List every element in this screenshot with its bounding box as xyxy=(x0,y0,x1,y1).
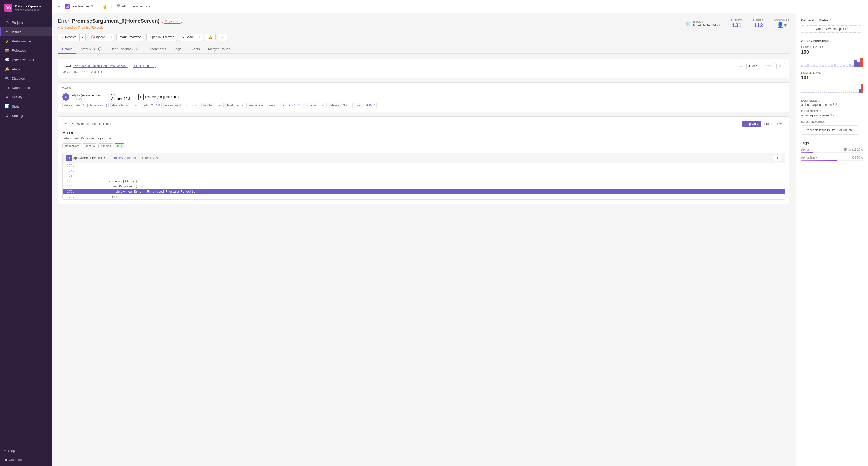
open-discover-button[interactable]: Open in Discover xyxy=(147,34,177,41)
tag-chip[interactable]: handledyes xyxy=(202,103,224,108)
sidebar-item-issues[interactable]: ⚠ Issues xyxy=(0,27,52,36)
tag-chip[interactable]: dist2.5.1.0 xyxy=(141,103,162,108)
chart-bar xyxy=(860,58,863,67)
tag-chip[interactable]: mechanismgeneric xyxy=(246,103,278,108)
older-event-button[interactable]: Older xyxy=(746,63,760,69)
chart-bar xyxy=(851,92,852,93)
tag-value: yes xyxy=(216,103,223,108)
sidebar-item-label-activity: Activity xyxy=(12,95,23,99)
sidebar-item-releases[interactable]: 📦 Releases xyxy=(0,46,52,55)
settings-gear-icon[interactable]: ⚙ xyxy=(90,4,94,8)
activity-icon: ≡ xyxy=(5,95,9,99)
project-name: react-native xyxy=(71,4,89,8)
sidebar-item-label-settings: Settings xyxy=(12,114,24,118)
event-json-link[interactable]: JSON (15.8 KiB) xyxy=(132,64,156,68)
org-name: Definite Opossu... xyxy=(15,4,44,8)
newer-event-button[interactable]: Newer xyxy=(761,63,775,69)
last-seen-release-link[interactable]: 3.2 xyxy=(833,103,837,107)
chart-bar xyxy=(851,65,854,67)
sidebar-item-settings[interactable]: ⚙ Settings xyxy=(0,111,52,120)
tag-chip[interactable]: deviceiPad Air (4th generation) xyxy=(62,103,109,108)
mark-reviewed-button[interactable]: Mark Reviewed xyxy=(116,34,145,41)
share-caret-button[interactable]: ▾ xyxy=(197,34,203,41)
resolve-caret-button[interactable]: ▾ xyxy=(79,34,86,41)
topbar: ← react-native ⚙ | 🔒 | 📅 All Environment… xyxy=(52,0,868,13)
tag-info-icon[interactable]: ⓘ xyxy=(350,104,352,107)
resolve-split-btn: ✓ Resolve ▾ xyxy=(58,34,86,41)
ignore-button[interactable]: 🚫 Ignore xyxy=(88,34,108,41)
full-button[interactable]: Full xyxy=(761,121,772,127)
tag-value: iPad Air (4th generation) xyxy=(75,103,109,108)
first-seen-release-link[interactable]: 3.2 xyxy=(830,114,834,117)
sidebar-item-discover[interactable]: 🔍 Discover xyxy=(0,74,52,83)
line-number: 174. xyxy=(63,174,78,178)
tag-value: production xyxy=(183,103,200,108)
tab-tags[interactable]: Tags xyxy=(170,45,185,54)
tags-grid: E edyth@example.com ID: 1527 iOS Version… xyxy=(62,93,785,100)
ownership-section: Ownership Rules ? Create Ownership Rule xyxy=(801,18,863,33)
sidebar-item-alerts[interactable]: 🔔 Alerts xyxy=(0,64,52,74)
tag-chip[interactable]: osiOS 13.3 xyxy=(280,103,302,108)
share-button[interactable]: ● Share xyxy=(179,34,197,41)
more-button[interactable]: ··· xyxy=(218,34,227,41)
tag-bar-val: iPhone11 20% xyxy=(844,148,863,151)
tab-user-feedback[interactable]: User Feedback 0 xyxy=(106,45,143,54)
event-hash[interactable]: 9b2761cc5d624ecb99d069b972dead50 xyxy=(73,64,128,68)
create-ownership-rule-button[interactable]: Create Ownership Rule xyxy=(801,25,863,33)
dashboards-icon: ▦ xyxy=(5,85,9,90)
notification-button[interactable]: 🔔 xyxy=(205,34,216,41)
tag-chip[interactable]: os.nameiOS xyxy=(303,103,327,108)
users-stat: USERS 112 xyxy=(753,19,764,29)
chart-bar xyxy=(854,60,857,67)
sidebar-item-dashboards[interactable]: ▦ Dashboards xyxy=(0,83,52,92)
last-seen-text: LAST SEEN xyxy=(801,99,817,102)
sidebar-item-projects[interactable]: ⬡ Projects xyxy=(0,18,52,27)
sidebar-item-activity[interactable]: ≡ Activity xyxy=(0,92,52,101)
ignore-caret-button[interactable]: ▾ xyxy=(108,34,114,41)
track-issue-button[interactable]: Track this issue in Jira, GitHub, etc. › xyxy=(801,125,859,135)
raw-button[interactable]: Raw xyxy=(772,121,785,127)
svg-point-1 xyxy=(687,23,688,24)
sidebar-item-label-stats: Stats xyxy=(12,105,20,108)
tag-chip[interactable]: levelerror xyxy=(225,103,245,108)
sidebar-item-performance[interactable]: ⚡ Performance xyxy=(0,36,52,46)
tag-chip[interactable]: environmentproduction xyxy=(163,103,200,108)
collapse-button[interactable]: ◀ Collapse xyxy=(0,456,52,464)
sidebar-item-user-feedback[interactable]: 💬 User Feedback xyxy=(0,55,52,64)
resolve-button[interactable]: ✓ Resolve xyxy=(58,34,79,41)
tag-value: error xyxy=(236,103,245,108)
first-seen-info-icon: ? xyxy=(820,110,822,113)
tab-activity[interactable]: Activity 0 💬 xyxy=(76,45,106,54)
tag-chip[interactable]: userid:1527 xyxy=(354,103,377,108)
first-event-button[interactable]: ⏮ xyxy=(737,63,745,69)
help-button[interactable]: ? Help xyxy=(0,447,52,456)
tab-attachments[interactable]: Attachments xyxy=(143,45,170,54)
issue-num-label: ISSUE # xyxy=(693,21,720,23)
sidebar-item-label-user-feedback: User Feedback xyxy=(12,58,35,62)
chart-bar xyxy=(837,66,839,67)
help-icon: ? xyxy=(4,449,6,453)
environment-selector[interactable]: 📅 All Environments ▾ xyxy=(116,4,151,8)
line-content: new Promise(() => { xyxy=(78,185,151,188)
tab-details[interactable]: Details xyxy=(58,45,76,54)
code-block: </> app:///HomeScreen.tsx in PromiseSarg… xyxy=(62,152,785,200)
chart-bar xyxy=(824,91,826,93)
tag-chip[interactable]: device.familyiOS xyxy=(110,103,139,108)
tag-chip[interactable]: release3.2ⓘ xyxy=(328,103,352,108)
app-only-button[interactable]: App Only xyxy=(742,121,761,127)
tag-key: handled xyxy=(202,103,215,108)
line-number: 177. xyxy=(63,190,78,194)
tag-bar-header: device iPhone11 20% xyxy=(801,148,863,151)
exception-tag: handled xyxy=(98,143,113,148)
chart-bar xyxy=(857,92,859,93)
tab-merged[interactable]: Merged Issues xyxy=(204,45,234,54)
tab-events[interactable]: Events xyxy=(185,45,204,54)
tag-key: release xyxy=(328,103,341,108)
assignee-avatar[interactable]: 👤▾ xyxy=(774,22,789,29)
chart-bar xyxy=(831,65,833,67)
back-button[interactable]: ← xyxy=(57,4,61,9)
last-event-button[interactable]: ⏭ xyxy=(776,63,785,69)
sidebar-item-stats[interactable]: 📊 Stats xyxy=(0,101,52,111)
chart-bar xyxy=(815,92,817,93)
collapse-code-button[interactable]: ∧ xyxy=(773,155,781,161)
